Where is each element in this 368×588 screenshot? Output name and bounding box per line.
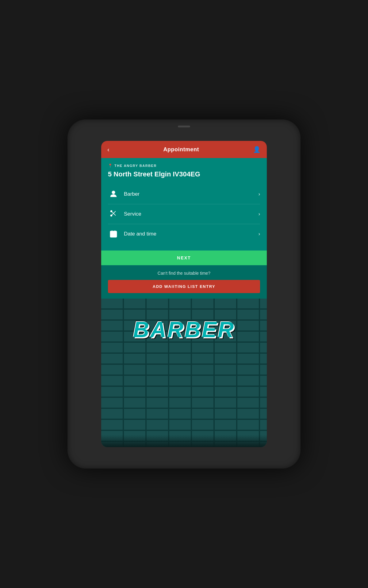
svg-point-4 [111,211,112,212]
svg-point-0 [112,191,115,194]
header-title: Appointment [163,146,199,153]
service-chevron-icon: › [259,211,260,217]
barber-person-icon [108,189,119,200]
svg-rect-6 [110,231,117,237]
barber-chevron-icon: › [259,191,260,197]
shop-info-section: 📍 THE ANGRY BARBER 5 North Street Elgin … [101,158,267,251]
barber-menu-item[interactable]: Barber › [108,184,260,204]
user-icon[interactable]: 👤 [253,146,261,153]
tablet-frame: ‹ Appointment 👤 📍 THE ANGRY BARBER 5 Nor… [67,119,301,469]
datetime-label: Date and time [124,231,259,237]
shop-address: 5 North Street Elgin IV304EG [108,170,260,178]
datetime-chevron-icon: › [259,231,260,237]
waiting-list-section: Can't find the suitable time? ADD WAIITI… [101,265,267,299]
calendar-clock-icon [108,228,119,239]
waiting-prompt-text: Can't find the suitable time? [108,271,260,276]
service-menu-item[interactable]: Service › [108,204,260,224]
phone-screen: ‹ Appointment 👤 📍 THE ANGRY BARBER 5 Nor… [101,141,267,447]
graffiti-section: BARBER [101,299,267,447]
back-button[interactable]: ‹ [107,146,109,153]
service-label: Service [124,211,259,217]
shop-name-label: THE ANGRY BARBER [114,164,157,168]
app-header: ‹ Appointment 👤 [101,141,267,158]
graffiti-barber-text: BARBER [104,317,264,342]
location-pin-icon: 📍 [108,164,113,168]
datetime-menu-item[interactable]: Date and time › [108,224,260,244]
next-button[interactable]: NEXT [101,251,267,265]
svg-point-5 [111,215,112,217]
barber-label: Barber [124,191,259,197]
shop-location-line: 📍 THE ANGRY BARBER [108,164,260,168]
add-waiting-list-button[interactable]: ADD WAIITING LIST ENTRY [108,280,260,293]
scissors-icon [108,209,119,220]
